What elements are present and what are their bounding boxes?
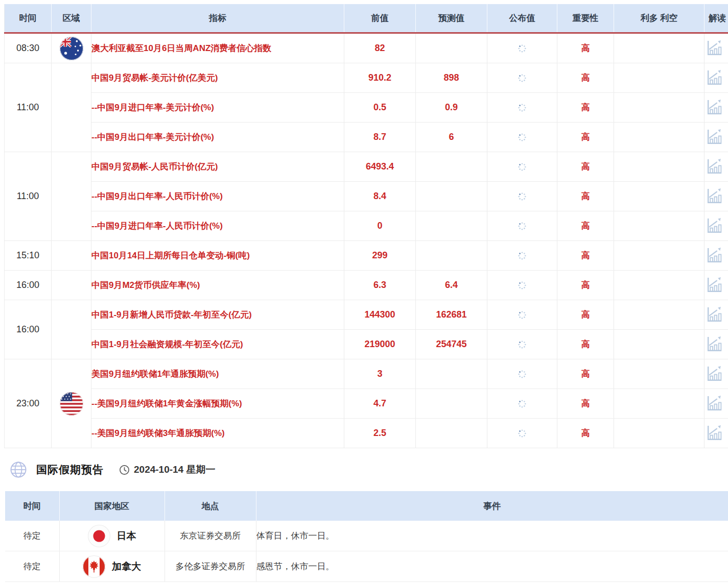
indicator-label[interactable]: 中国1-9月新增人民币贷款-年初至今(亿元) — [91, 300, 344, 330]
interpret-cell[interactable] — [704, 359, 728, 389]
holiday-location: 东京证券交易所 — [165, 521, 256, 551]
col-header-region: 区域 — [52, 4, 91, 33]
indicator-label[interactable]: 中国9月贸易帐-美元计价(亿美元) — [91, 63, 344, 93]
indicator-label[interactable]: 中国1-9月社会融资规模-年初至今(亿元) — [91, 330, 344, 359]
published-cell — [487, 211, 557, 241]
bar-chart-icon[interactable] — [704, 365, 723, 383]
country-name: 日本 — [117, 529, 136, 543]
published-cell — [487, 300, 557, 330]
col-header-time: 时间 — [5, 491, 59, 521]
importance-value: 高 — [557, 63, 614, 93]
bar-chart-icon[interactable] — [704, 394, 723, 413]
table-row: 15:10 中国10月14日上期所每日仓单变动-铜(吨) 299 高 — [5, 241, 728, 271]
holiday-time: 待定 — [5, 521, 59, 551]
region-cell — [52, 300, 91, 359]
indicator-label[interactable]: 中国9月贸易帐-人民币计价(亿元) — [91, 152, 344, 182]
importance-value: 高 — [557, 152, 614, 182]
country-cell: 日本 — [59, 521, 165, 551]
region-cell — [52, 152, 91, 241]
previous-value: 6493.4 — [344, 152, 416, 182]
forecast-value — [416, 152, 487, 182]
bar-chart-icon[interactable] — [704, 157, 723, 176]
indicator-label[interactable]: --中国9月进口年率-人民币计价(%) — [91, 211, 344, 241]
forecast-value: 6 — [416, 123, 487, 152]
forecast-value — [416, 211, 487, 241]
indicator-label[interactable]: 美国9月纽约联储1年通胀预期(%) — [91, 359, 344, 389]
previous-value: 910.2 — [344, 63, 416, 93]
table-row: 11:00 中国9月贸易帐-美元计价(亿美元) 910.2 898 高 — [5, 63, 728, 93]
interpret-cell[interactable] — [704, 152, 728, 182]
bar-chart-icon[interactable] — [704, 98, 723, 117]
loading-spinner-icon — [517, 310, 527, 320]
bar-chart-icon[interactable] — [704, 305, 723, 324]
published-cell — [487, 93, 557, 123]
interpret-cell[interactable] — [704, 419, 728, 448]
economic-calendar-table: 时间 区域 指标 前值 预测值 公布值 重要性 利多 利空 解读 08:30 澳… — [4, 4, 728, 448]
region-cell — [52, 241, 91, 271]
published-cell — [487, 182, 557, 211]
bull-bear-cell — [614, 211, 704, 241]
importance-value: 高 — [557, 182, 614, 211]
indicator-label[interactable]: --中国9月出口年率-美元计价(%) — [91, 123, 344, 152]
importance-value: 高 — [557, 33, 614, 63]
loading-spinner-icon — [517, 43, 527, 54]
importance-value: 高 — [557, 211, 614, 241]
published-cell — [487, 389, 557, 419]
bar-chart-icon[interactable] — [704, 39, 723, 58]
interpret-cell[interactable] — [704, 389, 728, 419]
forecast-value: 898 — [416, 63, 487, 93]
interpret-cell[interactable] — [704, 33, 728, 63]
importance-value: 高 — [557, 93, 614, 123]
interpret-cell[interactable] — [704, 63, 728, 93]
loading-spinner-icon — [517, 339, 527, 350]
bar-chart-icon[interactable] — [704, 216, 723, 235]
table-row: 待定 日本 东京证券交易所 体育日，休市一日。 — [5, 521, 728, 551]
table-row: --中国9月进口年率-美元计价(%) 0.5 0.9 高 — [5, 93, 728, 123]
importance-value: 高 — [557, 300, 614, 330]
interpret-cell[interactable] — [704, 330, 728, 359]
indicator-label[interactable]: --美国9月纽约联储3年通胀预期(%) — [91, 419, 344, 448]
interpret-cell[interactable] — [704, 182, 728, 211]
forecast-value — [416, 359, 487, 389]
indicator-label[interactable]: 澳大利亚截至10月6日当周ANZ消费者信心指数 — [91, 33, 344, 63]
indicator-label[interactable]: --美国9月纽约联储1年黄金涨幅预期(%) — [91, 389, 344, 419]
indicator-label[interactable]: --中国9月出口年率-人民币计价(%) — [91, 182, 344, 211]
forecast-value — [416, 389, 487, 419]
holiday-event: 感恩节，休市一日。 — [256, 551, 728, 582]
interpret-cell[interactable] — [704, 300, 728, 330]
bull-bear-cell — [614, 123, 704, 152]
time-cell: 08:30 — [5, 33, 52, 63]
bar-chart-icon[interactable] — [704, 424, 723, 443]
interpret-cell[interactable] — [704, 271, 728, 300]
bar-chart-icon[interactable] — [704, 68, 723, 87]
table-row: --中国9月出口年率-美元计价(%) 8.7 6 高 — [5, 123, 728, 152]
forecast-value: 162681 — [416, 300, 487, 330]
interpret-cell[interactable] — [704, 93, 728, 123]
importance-value: 高 — [557, 419, 614, 448]
holiday-header-row: 时间 国家地区 地点 事件 — [5, 491, 728, 521]
clock-icon — [119, 465, 130, 475]
table-row: 16:00 中国1-9月新增人民币贷款-年初至今(亿元) 144300 1626… — [5, 300, 728, 330]
time-cell: 16:00 — [5, 300, 52, 359]
bar-chart-icon[interactable] — [704, 335, 723, 354]
table-row: --美国9月纽约联储1年黄金涨幅预期(%) 4.7 高 — [5, 389, 728, 419]
indicator-label[interactable]: 中国10月14日上期所每日仓单变动-铜(吨) — [91, 241, 344, 271]
forecast-value: 254745 — [416, 330, 487, 359]
indicator-label[interactable]: 中国9月M2货币供应年率(%) — [91, 271, 344, 300]
interpret-cell[interactable] — [704, 123, 728, 152]
country-cell: 加拿大 — [59, 551, 165, 582]
loading-spinner-icon — [517, 428, 527, 439]
section-date: 2024-10-14 星期一 — [134, 463, 215, 476]
previous-value: 8.4 — [344, 182, 416, 211]
bar-chart-icon[interactable] — [704, 128, 723, 147]
interpret-cell[interactable] — [704, 241, 728, 271]
interpret-cell[interactable] — [704, 211, 728, 241]
bar-chart-icon[interactable] — [704, 187, 723, 206]
published-cell — [487, 123, 557, 152]
bar-chart-icon[interactable] — [704, 276, 723, 295]
indicator-label[interactable]: --中国9月进口年率-美元计价(%) — [91, 93, 344, 123]
published-cell — [487, 419, 557, 448]
bar-chart-icon[interactable] — [704, 246, 723, 265]
section-title: 国际假期预告 — [36, 463, 104, 477]
loading-spinner-icon — [517, 162, 527, 172]
